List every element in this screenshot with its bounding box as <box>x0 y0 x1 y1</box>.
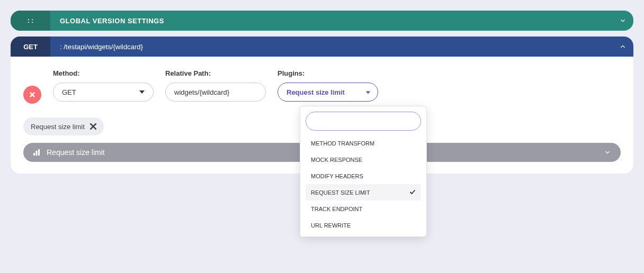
chevron-down-icon <box>604 149 611 156</box>
svg-marker-3 <box>366 92 370 94</box>
bar-chart-icon <box>33 149 40 156</box>
dropdown-item-label: METHOD TRANSFORM <box>311 140 374 147</box>
dropdown-item[interactable]: MODIFY HEADERS <box>306 168 421 184</box>
global-header-handle-text: : : <box>28 17 33 24</box>
method-select[interactable]: GET <box>53 83 154 102</box>
dropdown-item[interactable]: METHOD TRANSFORM <box>306 135 421 151</box>
plugins-dropdown: METHOD TRANSFORMMOCK RESPONSEMODIFY HEAD… <box>300 106 427 237</box>
global-header-title: GLOBAL VERSION SETTINGS <box>50 17 612 25</box>
dropdown-item-label: MOCK RESPONSE <box>311 157 362 163</box>
plugin-chip: Request size limit <box>23 117 104 135</box>
svg-rect-5 <box>36 151 38 156</box>
caret-down-icon <box>366 87 370 97</box>
close-icon <box>90 123 96 130</box>
svg-marker-2 <box>139 90 145 94</box>
plugin-chip-label: Request size limit <box>31 123 85 131</box>
method-label: Method: <box>53 69 154 77</box>
dropdown-item[interactable]: MOCK RESPONSE <box>306 151 421 168</box>
method-select-value: GET <box>62 88 76 96</box>
operation-method-badge: GET <box>11 37 50 57</box>
plugins-select-value: Request size limit <box>287 88 345 96</box>
dropdown-item-label: REQUEST SIZE LIMIT <box>311 189 370 196</box>
chevron-up-icon[interactable] <box>612 43 633 50</box>
dropdown-list[interactable]: METHOD TRANSFORMMOCK RESPONSEMODIFY HEAD… <box>306 135 421 233</box>
method-field-group: Method: GET <box>53 69 154 102</box>
operation-path: : /testapi/widgets/{wildcard} <box>50 43 612 51</box>
dropdown-item-label: URL REWRITE <box>311 222 351 229</box>
close-icon <box>30 92 35 97</box>
caret-down-icon <box>139 88 145 96</box>
delete-operation-button[interactable] <box>23 86 41 104</box>
dropdown-item[interactable]: TRACK ENDPOINT <box>306 201 421 217</box>
path-label: Relative Path: <box>165 69 266 77</box>
operation-method-text: GET <box>23 43 38 51</box>
dropdown-search-input[interactable] <box>306 112 421 131</box>
dropdown-item-label: MODIFY HEADERS <box>311 173 363 179</box>
chevron-down-icon[interactable] <box>612 17 633 24</box>
operation-header[interactable]: GET : /testapi/widgets/{wildcard} <box>11 37 633 57</box>
dropdown-item[interactable]: URL REWRITE <box>306 217 421 233</box>
dropdown-item-label: TRACK ENDPOINT <box>311 206 362 212</box>
dropdown-item[interactable]: REQUEST SIZE LIMIT <box>306 184 421 201</box>
svg-rect-4 <box>33 153 35 156</box>
path-field-group: Relative Path: <box>165 69 266 102</box>
plugins-field-group: Plugins: Request size limit <box>278 69 378 102</box>
check-icon <box>409 189 416 196</box>
relative-path-input-wrapper <box>165 83 266 102</box>
plugins-label: Plugins: <box>278 69 378 77</box>
plugins-select[interactable]: Request size limit <box>278 83 378 102</box>
svg-rect-6 <box>38 149 40 156</box>
relative-path-input[interactable] <box>174 88 257 96</box>
chip-remove-button[interactable] <box>90 123 96 130</box>
global-header-handle: : : <box>11 11 50 31</box>
global-settings-header[interactable]: : : GLOBAL VERSION SETTINGS <box>11 11 633 31</box>
form-row: Method: GET Relative Path: Plugins: Requ… <box>23 69 621 104</box>
